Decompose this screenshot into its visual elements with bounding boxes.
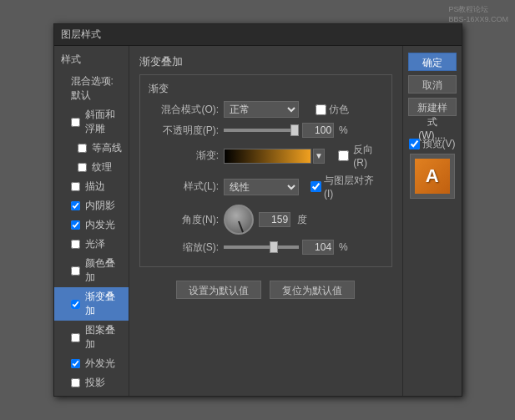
blend-mode-select[interactable]: 正常 溶解 变暗 正片叠底 (224, 101, 299, 118)
scale-group: % (224, 240, 383, 255)
scale-row: 缩放(S): % (149, 240, 383, 255)
style-group: 线性 径向 角度 与图层对齐(I) (224, 174, 383, 200)
scale-input[interactable] (302, 240, 334, 255)
drop-shadow-checkbox[interactable] (71, 378, 80, 387)
fake-color-label: 仿色 (329, 103, 349, 117)
gradient-group: ▼ 反向(R) (224, 143, 383, 169)
sidebar-item-inner-glow[interactable]: 内发光 (54, 215, 129, 235)
gradient-label: 渐变: (149, 149, 224, 163)
scale-label: 缩放(S): (149, 240, 224, 255)
angle-row: 角度(N): 度 (149, 205, 383, 235)
sidebar-label: 颜色叠加 (85, 256, 123, 285)
scale-unit: % (339, 241, 348, 253)
sidebar-title: 样式 (54, 49, 129, 72)
sidebar-label: 等高线 (92, 141, 122, 155)
preview-label: 预览(V) (422, 137, 456, 151)
gradient-row: 渐变: ▼ 反向(R) (149, 143, 383, 169)
outer-glow-checkbox[interactable] (71, 359, 80, 368)
sidebar-label: 混合选项:默认 (71, 74, 123, 103)
opacity-slider[interactable] (224, 129, 299, 132)
dial-needle (238, 221, 244, 233)
sidebar: 样式 混合选项:默认 斜面和浮雕 等高线 纹理 描边 (54, 46, 130, 396)
sidebar-item-color-overlay[interactable]: 颜色叠加 (54, 254, 129, 287)
fake-color-checkbox[interactable] (316, 104, 326, 115)
cancel-button[interactable]: 取消 (408, 75, 457, 94)
satin-checkbox[interactable] (71, 240, 80, 249)
style-label: 样式(L): (149, 180, 224, 194)
gradient-overlay-checkbox[interactable] (71, 300, 80, 309)
dialog-title: 图层样式 (61, 28, 101, 40)
right-panel: 确定 取消 新建样式(W).... 预览(V) A (402, 46, 462, 396)
angle-label: 角度(N): (149, 213, 224, 227)
new-style-button[interactable]: 新建样式(W).... (408, 98, 457, 116)
preview-thumb-inner: A (415, 159, 450, 194)
reverse-checkbox[interactable] (338, 150, 349, 161)
set-default-button[interactable]: 设置为默认值 (176, 281, 261, 299)
stroke-checkbox[interactable] (71, 182, 80, 191)
sidebar-item-bevel[interactable]: 斜面和浮雕 (54, 105, 129, 139)
sidebar-item-texture[interactable]: 纹理 (54, 158, 129, 177)
opacity-group: % (224, 123, 383, 138)
sidebar-label: 渐变叠加 (85, 290, 123, 318)
dialog-titlebar: 图层样式 PS教程论坛BBS-16XX9.COM (54, 24, 462, 46)
pattern-overlay-checkbox[interactable] (71, 333, 80, 342)
sidebar-item-outer-glow[interactable]: 外发光 (54, 354, 129, 373)
preview-checkbox-row: 预览(V) (409, 137, 456, 151)
align-label: 与图层对齐(I) (324, 174, 383, 200)
bevel-checkbox[interactable] (71, 118, 80, 127)
sidebar-label: 描边 (85, 180, 105, 194)
sidebar-label: 外发光 (85, 357, 115, 371)
preview-thumbnail: A (410, 154, 455, 199)
opacity-label: 不透明度(P): (149, 124, 224, 138)
gradient-bar[interactable] (224, 149, 311, 164)
sidebar-label: 纹理 (92, 160, 112, 175)
sidebar-label: 内阴影 (85, 199, 115, 213)
sidebar-item-pattern-overlay[interactable]: 图案叠加 (54, 321, 129, 354)
reset-default-button[interactable]: 复位为默认值 (270, 281, 355, 299)
preview-thumb-letter: A (426, 165, 439, 187)
style-row: 样式(L): 线性 径向 角度 与图层对齐(I) (149, 174, 383, 200)
blend-mode-group: 正常 溶解 变暗 正片叠底 仿色 (224, 101, 383, 118)
sidebar-item-inner-shadow[interactable]: 内阴影 (54, 196, 129, 215)
sidebar-label: 内发光 (85, 218, 115, 232)
inner-glow-checkbox[interactable] (71, 220, 80, 230)
sidebar-item-contour[interactable]: 等高线 (54, 139, 129, 158)
sidebar-label: 图案叠加 (85, 323, 123, 352)
sidebar-item-drop-shadow[interactable]: 投影 (54, 373, 129, 392)
sidebar-item-blend-options[interactable]: 混合选项:默认 (54, 72, 129, 105)
preview-checkbox[interactable] (409, 139, 420, 149)
align-checkbox[interactable] (311, 181, 321, 192)
texture-checkbox[interactable] (78, 163, 87, 172)
sidebar-item-gradient-overlay[interactable]: 渐变叠加 (54, 287, 129, 321)
sidebar-label: 斜面和浮雕 (85, 108, 123, 136)
angle-input[interactable] (259, 212, 290, 227)
contour-checkbox[interactable] (78, 144, 87, 153)
sidebar-label: 投影 (85, 376, 105, 390)
sidebar-item-satin[interactable]: 光泽 (54, 235, 129, 254)
confirm-button[interactable]: 确定 (408, 53, 457, 71)
gradient-dropdown-btn[interactable]: ▼ (313, 149, 325, 164)
angle-dial[interactable] (224, 205, 254, 235)
opacity-row: 不透明度(P): % (149, 123, 383, 138)
angle-unit: 度 (297, 213, 307, 227)
blend-mode-label: 混合模式(O): (149, 103, 224, 117)
main-content: 渐变叠加 渐变 混合模式(O): 正常 溶解 变暗 正片叠底 (129, 46, 402, 396)
bottom-buttons: 设置为默认值 复位为默认值 (139, 281, 392, 299)
color-overlay-checkbox[interactable] (71, 266, 80, 276)
section-title: 渐变叠加 (139, 54, 392, 69)
style-select[interactable]: 线性 径向 角度 (224, 179, 299, 195)
preview-section: 预览(V) A (408, 127, 457, 199)
blend-mode-row: 混合模式(O): 正常 溶解 变暗 正片叠底 仿色 (149, 101, 383, 118)
layer-style-dialog: 图层样式 PS教程论坛BBS-16XX9.COM 样式 混合选项:默认 斜面和浮… (53, 23, 462, 397)
opacity-input[interactable] (302, 123, 334, 138)
sidebar-label: 光泽 (85, 237, 105, 251)
subsection-title: 渐变 (149, 82, 383, 96)
reverse-label: 反向(R) (353, 143, 382, 169)
angle-group: 度 (224, 205, 383, 235)
scale-slider[interactable] (224, 245, 299, 249)
dialog-body: 样式 混合选项:默认 斜面和浮雕 等高线 纹理 描边 (54, 46, 462, 396)
watermark: PS教程论坛BBS-16XX9.COM (448, 5, 508, 24)
inner-shadow-checkbox[interactable] (71, 201, 80, 210)
sidebar-item-stroke[interactable]: 描边 (54, 177, 129, 196)
opacity-unit: % (339, 124, 348, 136)
